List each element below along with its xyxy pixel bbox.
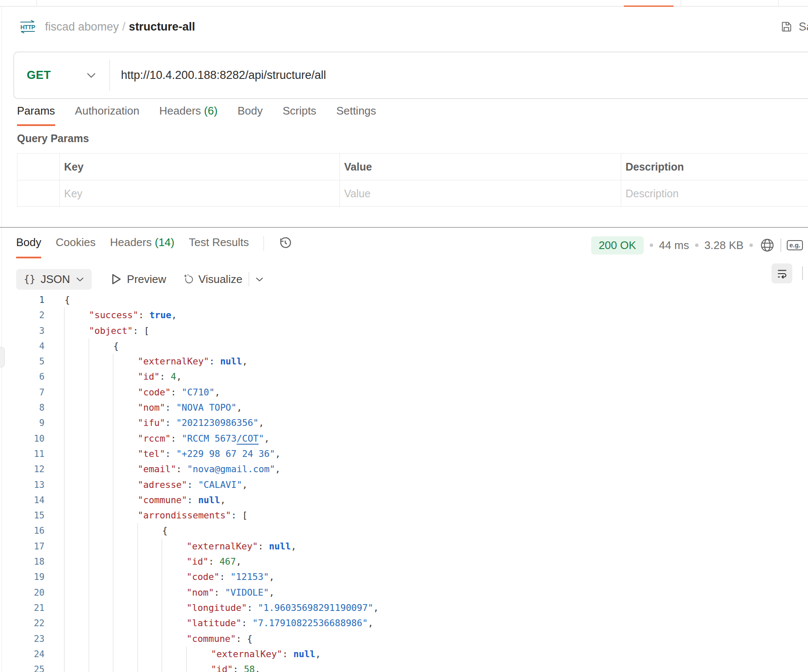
- code-text: "adresse": "CALAVI",: [138, 477, 248, 493]
- tab-body[interactable]: Body: [238, 104, 263, 126]
- response-tab-body[interactable]: Body: [16, 236, 41, 258]
- save-as-example-icon[interactable]: e.g.: [787, 240, 803, 250]
- method-selector[interactable]: GET: [27, 69, 51, 82]
- response-tab-cookies[interactable]: Cookies: [56, 236, 95, 258]
- indent-guide: [162, 616, 162, 631]
- line-number: 13: [0, 477, 45, 493]
- token-k: "latitude": [187, 618, 241, 628]
- format-selector[interactable]: {} JSON: [16, 269, 92, 290]
- code-lines[interactable]: 1{2"success": true,3"object": [4{5"exter…: [0, 292, 808, 672]
- value-input[interactable]: Value: [340, 180, 621, 207]
- description-input[interactable]: Description: [621, 180, 808, 207]
- token-num: 4: [171, 371, 176, 382]
- indent-guide: [113, 600, 113, 616]
- pane-splitter[interactable]: [0, 227, 808, 228]
- token-p: ,: [291, 541, 296, 552]
- line-number: 1: [0, 292, 45, 308]
- token-k: "id": [138, 371, 160, 382]
- line-number: 2: [0, 308, 45, 323]
- code-line: 8"nom": "NOVA TOPO",: [0, 400, 808, 415]
- indent-guide: [162, 585, 162, 600]
- status-badge[interactable]: 200 OK: [591, 236, 644, 255]
- format-selector-label: JSON: [41, 273, 70, 286]
- indent-guide: [137, 569, 138, 585]
- chevron-down-icon[interactable]: [87, 73, 96, 78]
- token-k: "success": [89, 310, 139, 320]
- token-p: : [: [133, 325, 149, 336]
- token-p: :: [214, 587, 225, 598]
- token-s: "CALAVI": [198, 479, 242, 490]
- save-button[interactable]: Save: [780, 17, 808, 36]
- tab-scripts[interactable]: Scripts: [283, 104, 316, 126]
- line-number: 18: [0, 554, 45, 569]
- preview-button[interactable]: Preview: [111, 273, 166, 286]
- wrap-text-button[interactable]: [772, 263, 792, 283]
- network-globe-icon[interactable]: [760, 238, 775, 253]
- indent-guide: [89, 462, 89, 477]
- response-header: Body Cookies Headers (14) Test Results 2…: [16, 236, 803, 266]
- code-text: "rccm": "RCCM 5673/COT",: [138, 431, 270, 446]
- indent-guide: [89, 493, 89, 508]
- token-p: :: [160, 371, 171, 382]
- token-p: :: [187, 479, 198, 490]
- url-input[interactable]: http://10.4.200.188:8282/api/structure/a…: [121, 69, 326, 82]
- indent-guide: [113, 385, 113, 400]
- token-s: "VIDOLE": [225, 587, 269, 598]
- chevron-down-icon[interactable]: [255, 277, 264, 282]
- tab-headers[interactable]: Headers (6): [159, 104, 217, 126]
- token-p: ,: [171, 310, 177, 320]
- indent-guide: [89, 400, 89, 415]
- indent-guide: [64, 308, 65, 323]
- token-s: "2021230986356": [176, 417, 258, 428]
- response-time[interactable]: 44 ms: [659, 239, 689, 252]
- token-k: "commune": [187, 633, 236, 644]
- tab-settings[interactable]: Settings: [336, 104, 376, 126]
- code-line: 5"externalKey": null,: [0, 354, 808, 369]
- code-line: 18"id": 467,: [0, 554, 808, 569]
- indent-guide: [89, 662, 89, 672]
- indent-guide: [64, 431, 65, 446]
- code-text: "code": "C710",: [138, 385, 220, 400]
- indent-guide: [113, 446, 113, 462]
- indent-guide: [113, 554, 113, 569]
- response-tab-test-results[interactable]: Test Results: [189, 236, 249, 258]
- tab-authorization[interactable]: Authorization: [75, 104, 140, 126]
- indent-guide: [137, 523, 138, 538]
- indent-guide: [89, 385, 89, 400]
- response-tab-headers[interactable]: Headers (14): [110, 236, 174, 258]
- token-p: ,: [237, 402, 242, 413]
- tab-scripts-label: Scripts: [283, 104, 316, 117]
- indent-guide: [64, 647, 65, 662]
- code-line: 3"object": [: [0, 323, 808, 339]
- code-line: 15"arrondissements": [: [0, 508, 808, 523]
- row-select-cell[interactable]: [17, 180, 60, 207]
- code-line: 11"tel": "+229 98 67 24 36",: [0, 446, 808, 462]
- preview-button-label: Preview: [127, 273, 166, 286]
- code-text: "nom": "VIDOLE",: [187, 585, 275, 600]
- code-text: "email": "nova@gmail.com",: [138, 462, 281, 477]
- tab-settings-label: Settings: [336, 104, 376, 117]
- token-k: "object": [89, 325, 133, 336]
- key-input[interactable]: Key: [60, 180, 340, 207]
- response-history-icon[interactable]: [278, 236, 292, 249]
- token-p: ,: [236, 556, 241, 567]
- indent-guide: [64, 523, 65, 538]
- tab-params[interactable]: Params: [17, 104, 55, 126]
- breadcrumb-request-name[interactable]: structure-all: [129, 20, 195, 34]
- visualize-button[interactable]: Visualize: [182, 273, 243, 286]
- select-all-cell[interactable]: [17, 154, 60, 180]
- tab-divider: [681, 0, 681, 6]
- indent-guide: [89, 523, 89, 538]
- response-size[interactable]: 3.28 KB: [704, 239, 744, 252]
- code-text: "id": 4,: [138, 369, 182, 384]
- response-tab-body-label: Body: [16, 236, 41, 249]
- line-number: 22: [0, 616, 45, 631]
- token-p: ,: [255, 664, 261, 672]
- indent-guide: [113, 539, 113, 554]
- toolbar-divider: [249, 272, 249, 286]
- code-line: 13"adresse": "CALAVI",: [0, 477, 808, 493]
- indent-guide: [89, 415, 89, 431]
- code-text: "ifu": "2021230986356",: [138, 415, 264, 431]
- breadcrumb-collection[interactable]: fiscad abomey: [45, 20, 119, 34]
- code-line: 7"code": "C710",: [0, 385, 808, 400]
